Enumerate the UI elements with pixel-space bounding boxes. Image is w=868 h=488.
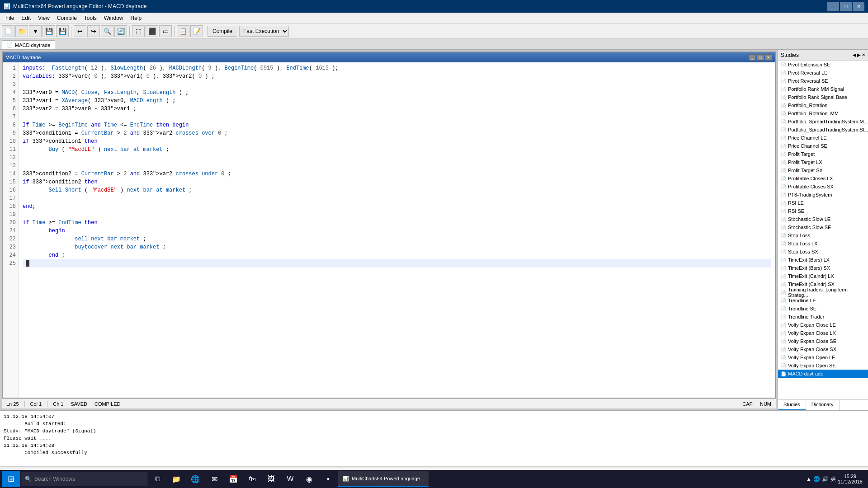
studies-list-item[interactable]: 📄Profitable Closes LX: [778, 174, 868, 183]
studies-list-item[interactable]: 📄TimeExit (Bars) SX: [778, 264, 868, 272]
menu-bar: File Edit View Compile Tools Window Help: [0, 13, 868, 23]
studies-list-item[interactable]: 📄Stochastic Slow LE: [778, 215, 868, 223]
editor-minimize[interactable]: _: [749, 54, 756, 61]
studies-list-item[interactable]: 📄TimeExit (Bars) LX: [778, 256, 868, 264]
tab-dictionary[interactable]: Dictionary: [806, 400, 840, 410]
studies-list-item[interactable]: 📄Volty Expan Close SX: [778, 345, 868, 353]
task-view-button[interactable]: ⧉: [148, 471, 166, 487]
taskbar-search[interactable]: 🔍 Search Windows: [21, 472, 147, 486]
tab-bar: 📄 MACD daytrade: [0, 39, 868, 50]
menu-help[interactable]: Help: [127, 14, 146, 22]
editor-close[interactable]: ✕: [765, 54, 772, 61]
saveall-button[interactable]: 💾: [56, 25, 69, 37]
studies-list-item[interactable]: 📄Portfolio_Rotation: [778, 101, 868, 109]
studies-list-item[interactable]: 📄Price Channel LE: [778, 134, 868, 142]
study-item-label: Portfolio Rank Signal Base: [788, 94, 847, 100]
studies-list-item[interactable]: 📄Stop Loss: [778, 231, 868, 239]
editor-maximize[interactable]: □: [757, 54, 764, 61]
chrome-button[interactable]: ◉: [300, 471, 318, 487]
photos-button[interactable]: 🖼: [262, 471, 280, 487]
toolbar-btn6[interactable]: ⬛: [146, 25, 158, 37]
studies-list-item[interactable]: 📄Pivot Extension SE: [778, 61, 868, 69]
execution-mode-select[interactable]: Fast Execution: [239, 26, 289, 37]
browser-button[interactable]: 🌐: [186, 471, 204, 487]
studies-list-item[interactable]: 📄Portfolio Rank MM Signal: [778, 85, 868, 93]
taskbar-app-multicharts[interactable]: 📊 MultiCharts64 PowerLanguage...: [338, 471, 429, 487]
toolbar-btn8[interactable]: 📋: [177, 25, 189, 37]
taskbar-clock[interactable]: 15:29 11/12/2018: [838, 474, 863, 484]
toolbar-btn9[interactable]: 📝: [190, 25, 203, 37]
systray-network-icon[interactable]: 🌐: [813, 476, 820, 482]
code-area[interactable]: inputs: FastLength( 12 ), SlowLength( 26…: [19, 62, 775, 398]
menu-file[interactable]: File: [2, 14, 18, 22]
studies-list-item[interactable]: 📄TimeExit (Calndr) LX: [778, 272, 868, 280]
new-button[interactable]: 📄: [2, 25, 14, 37]
studies-list-item[interactable]: 📄Volty Expan Close LE: [778, 321, 868, 329]
toolbar-btn5[interactable]: ⬚: [132, 25, 145, 37]
redo-button[interactable]: ↪: [87, 25, 100, 37]
tab-studies[interactable]: Studies: [778, 400, 806, 410]
menu-edit[interactable]: Edit: [18, 14, 34, 22]
find-button[interactable]: 🔍: [101, 25, 113, 37]
studies-list-item[interactable]: 📄Trendline Trader: [778, 313, 868, 321]
studies-list-item[interactable]: 📄Portfolio Rank Signal Base: [778, 93, 868, 101]
studies-list-item[interactable]: 📄Pivot Reversal SE: [778, 77, 868, 85]
systray-up-icon[interactable]: ▲: [806, 476, 811, 482]
studies-list-item[interactable]: 📄Profitable Closes SX: [778, 183, 868, 191]
study-item-label: Pivot Reversal SE: [788, 78, 828, 84]
study-item-icon: 📄: [781, 184, 786, 189]
studies-list-item[interactable]: 📄Pivot Reversal LE: [778, 69, 868, 77]
word-button[interactable]: W: [281, 471, 299, 487]
studies-list-item[interactable]: 📄Volty Expan Close SE: [778, 337, 868, 345]
calendar-button[interactable]: 📅: [224, 471, 242, 487]
studies-list-item[interactable]: 📄Volty Expan Close LX: [778, 329, 868, 337]
studies-list-item[interactable]: 📄Portfolio_SpreadTradingSystem.M...: [778, 117, 868, 126]
studies-list-item[interactable]: 📄Volty Expan Open LE: [778, 353, 868, 361]
close-button[interactable]: ✕: [853, 2, 864, 11]
store-button[interactable]: 🛍: [243, 471, 261, 487]
study-item-icon: 📄: [781, 144, 786, 149]
studies-list-item[interactable]: 📄TrainingTraders_LongTerm Strateg...: [778, 288, 868, 296]
studies-scroll-right[interactable]: ▶: [857, 52, 861, 57]
open-button[interactable]: 📁: [15, 25, 28, 37]
studies-list-item[interactable]: 📄Profit Target LX: [778, 158, 868, 166]
studies-scroll-left[interactable]: ◀: [853, 52, 856, 57]
studies-list-item[interactable]: 📄RSI LE: [778, 199, 868, 207]
dropdown-button[interactable]: ▾: [29, 25, 42, 37]
start-button[interactable]: ⊞: [2, 471, 20, 487]
studies-list-item[interactable]: 📄Portfolio_SpreadTradingSystem.Sl...: [778, 126, 868, 134]
studies-list-item[interactable]: 📄Price Channel SE: [778, 142, 868, 150]
menu-tools[interactable]: Tools: [80, 14, 100, 22]
studies-list-item[interactable]: 📄MACD daytrade: [778, 370, 868, 378]
studies-list-item[interactable]: 📄Stochastic Slow SE: [778, 223, 868, 231]
studies-list-item[interactable]: 📄Volty Expan Open SE: [778, 361, 868, 370]
editor-tab[interactable]: 📄 MACD daytrade: [2, 40, 55, 49]
systray-sound-icon[interactable]: 🔊: [822, 476, 829, 482]
editor-body[interactable]: 1234567891011121314151617181920212223242…: [3, 62, 775, 398]
menu-window[interactable]: Window: [100, 14, 127, 22]
minimize-button[interactable]: —: [827, 2, 839, 11]
undo-button[interactable]: ↩: [74, 25, 86, 37]
studies-list-item[interactable]: 📄Trendline SE: [778, 305, 868, 313]
save-button[interactable]: 💾: [42, 25, 55, 37]
status-ln: Ln 25: [5, 401, 21, 407]
maximize-button[interactable]: □: [840, 2, 852, 11]
menu-compile[interactable]: Compile: [53, 14, 80, 22]
studies-close[interactable]: ✕: [862, 52, 865, 57]
study-item-icon: 📄: [781, 266, 786, 271]
study-item-icon: 📄: [781, 347, 786, 352]
explorer-button[interactable]: 📁: [167, 471, 185, 487]
toolbar-btn7[interactable]: ▭: [159, 25, 172, 37]
studies-list-item[interactable]: 📄Portfolio_Rotation_MM: [778, 109, 868, 117]
studies-list-item[interactable]: 📄Profit Target SX: [778, 166, 868, 174]
replace-button[interactable]: 🔄: [114, 25, 127, 37]
studies-list-item[interactable]: 📄PT8-TradingSystem: [778, 191, 868, 199]
studies-list-item[interactable]: 📄Stop Loss LX: [778, 239, 868, 248]
studies-list-item[interactable]: 📄Profit Target: [778, 150, 868, 158]
studies-list-item[interactable]: 📄Stop Loss SX: [778, 248, 868, 256]
menu-view[interactable]: View: [34, 14, 53, 22]
studies-list-item[interactable]: 📄RSI SE: [778, 207, 868, 215]
terminal-button[interactable]: ▪: [319, 471, 337, 487]
mail-button[interactable]: ✉: [205, 471, 223, 487]
compile-button[interactable]: Compile: [208, 26, 237, 37]
